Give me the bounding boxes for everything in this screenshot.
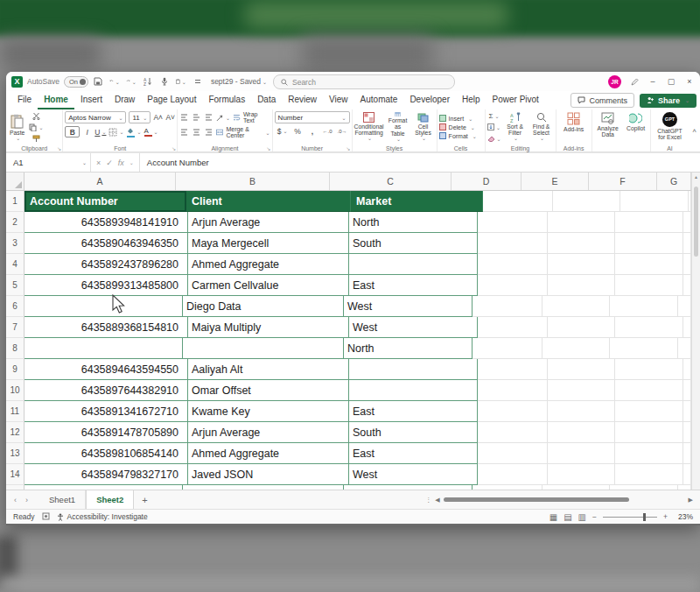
cell-F6[interactable] — [610, 296, 678, 317]
cell-G12[interactable] — [683, 422, 691, 443]
cell-D2[interactable] — [478, 212, 548, 233]
cell-F2[interactable] — [615, 212, 683, 233]
row-header-3[interactable]: 3 — [6, 233, 24, 254]
cell-A3[interactable]: 6435890463946350 — [24, 233, 188, 254]
cell-A8[interactable] — [24, 338, 183, 359]
insert-cells-button[interactable]: Insert — [439, 115, 483, 122]
align-right-icon[interactable] — [204, 128, 214, 137]
tab-power-pivot[interactable]: Power Pivot — [486, 92, 545, 109]
save-icon[interactable] — [93, 76, 103, 87]
row-header-12[interactable]: 12 — [6, 422, 24, 443]
insert-function-icon[interactable]: fx — [118, 159, 124, 167]
horizontal-scrollbar-thumb[interactable] — [444, 497, 629, 502]
cell-E7[interactable] — [548, 317, 615, 338]
cell-G7[interactable] — [683, 317, 691, 338]
vertical-scrollbar[interactable]: ▲ — [691, 173, 700, 490]
page-layout-view-icon[interactable]: ▤ — [564, 512, 571, 522]
cell-E11[interactable] — [548, 401, 615, 422]
cell-G2[interactable] — [683, 212, 691, 233]
macro-record-icon[interactable] — [42, 512, 50, 522]
conditional-formatting-button[interactable]: Conditional Formatting — [354, 111, 384, 143]
cell-G10[interactable] — [683, 380, 691, 401]
cell-C11[interactable]: East — [349, 401, 478, 422]
vertical-scrollbar-thumb[interactable] — [694, 187, 698, 257]
scroll-right-icon[interactable]: ▶ — [689, 497, 693, 504]
cell-C14[interactable]: West — [349, 464, 478, 485]
hscroll-dots-icon[interactable]: ⋮ — [425, 497, 431, 504]
column-header-G[interactable]: G — [657, 173, 691, 190]
zoom-in-button[interactable]: + — [663, 512, 668, 521]
cell-C5[interactable]: East — [349, 275, 478, 296]
cell-G14[interactable] — [683, 464, 691, 485]
comments-button[interactable]: Comments — [570, 93, 634, 108]
cell-C4[interactable] — [349, 254, 478, 275]
cell-E8[interactable] — [542, 338, 610, 359]
column-header-A[interactable]: A — [24, 173, 176, 190]
align-bottom-icon[interactable] — [204, 113, 214, 123]
format-cells-button[interactable]: Format — [439, 132, 483, 139]
cell-F1[interactable] — [620, 191, 689, 212]
cell-F4[interactable] — [615, 254, 683, 275]
column-header-F[interactable]: F — [589, 173, 657, 190]
cell-A14[interactable]: 6435894798327170 — [24, 464, 188, 485]
cell-E5[interactable] — [548, 275, 615, 296]
sheet-tab-sheet1[interactable]: Sheet1 — [39, 490, 86, 509]
cell-D6[interactable] — [472, 296, 542, 317]
italic-button[interactable]: I — [82, 127, 92, 137]
borders-icon[interactable] — [108, 127, 123, 137]
font-name-combo[interactable]: Aptos Narrow⌄ — [65, 111, 126, 123]
bold-button[interactable]: B — [65, 126, 80, 137]
row-header-14[interactable]: 14 — [6, 464, 24, 485]
comma-style-button[interactable]: , — [307, 126, 317, 136]
row-header-6[interactable]: 6 — [6, 296, 24, 317]
font-dialog-launcher-icon[interactable]: ↘ — [172, 145, 176, 152]
autosave-toggle[interactable]: On — [64, 76, 88, 88]
cell-A1[interactable]: Account Number — [24, 191, 186, 212]
percent-button[interactable]: % — [292, 126, 302, 136]
collapse-ribbon-icon[interactable]: ˄ — [689, 127, 700, 135]
accessibility-status[interactable]: Accessibility: Investigate — [57, 512, 148, 521]
cell-F14[interactable] — [615, 464, 683, 485]
orientation-icon[interactable] — [216, 113, 230, 123]
row-header-7[interactable]: 7 — [6, 317, 24, 338]
row-header-1[interactable]: 1 — [6, 191, 24, 212]
cell-F8[interactable] — [610, 338, 678, 359]
sort-filter-button[interactable]: AZ Sort & Filter — [503, 111, 528, 143]
align-center-icon[interactable] — [192, 128, 201, 137]
decrease-decimal-icon[interactable]: .0→ — [337, 126, 346, 136]
cell-E10[interactable] — [548, 380, 615, 401]
clipboard-dialog-launcher-icon[interactable]: ↘ — [57, 145, 61, 152]
cell-G5[interactable] — [683, 275, 691, 296]
row-header-13[interactable]: 13 — [6, 443, 24, 464]
cell-B11[interactable]: Kwame Key — [188, 401, 349, 422]
cell-C6[interactable]: West — [344, 296, 472, 317]
cell-F7[interactable] — [615, 317, 683, 338]
tab-draw[interactable]: Draw — [108, 92, 141, 109]
cell-C13[interactable]: East — [349, 443, 478, 464]
customize-qat-icon[interactable] — [192, 76, 203, 87]
currency-button[interactable]: $ — [277, 126, 288, 136]
cell-E14[interactable] — [548, 464, 615, 485]
previous-sheet-icon[interactable]: ‹ — [10, 496, 21, 504]
cell-F12[interactable] — [615, 422, 683, 443]
cell-C7[interactable]: West — [349, 317, 478, 338]
enter-formula-icon[interactable]: ✓ — [106, 159, 113, 167]
sheet-tab-sheet2[interactable]: Sheet2 — [86, 490, 134, 511]
cell-C15[interactable]: North — [344, 485, 472, 490]
document-title[interactable]: sept29 - Saved — [211, 77, 267, 86]
cell-F11[interactable] — [615, 401, 683, 422]
zoom-slider[interactable] — [603, 517, 657, 518]
clipboard-icon[interactable] — [176, 76, 186, 87]
cell-E2[interactable] — [548, 212, 615, 233]
cell-G3[interactable] — [683, 233, 691, 254]
cell-E12[interactable] — [548, 422, 615, 443]
cell-E1[interactable] — [553, 191, 620, 212]
cell-F10[interactable] — [615, 380, 683, 401]
cell-G15[interactable] — [678, 485, 691, 490]
scroll-left-icon[interactable]: ◀ — [435, 497, 439, 504]
paste-button[interactable]: Paste — [8, 113, 26, 142]
cell-D9[interactable] — [478, 359, 548, 380]
dictate-mic-icon[interactable] — [159, 76, 170, 87]
cell-C1[interactable]: Market — [351, 191, 483, 212]
cell-G9[interactable] — [683, 359, 691, 380]
